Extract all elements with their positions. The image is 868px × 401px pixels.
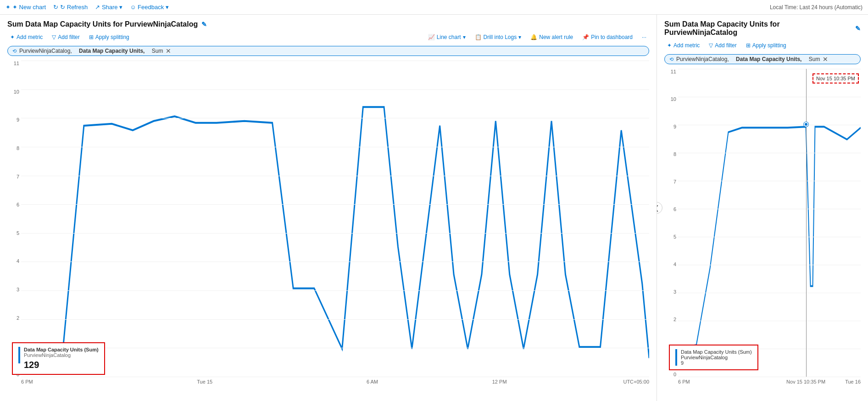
left-chart-svg-area — [21, 61, 649, 377]
right-line-chart — [678, 69, 861, 377]
drill-logs-label: Drill into Logs — [484, 34, 517, 40]
new-chart-btn[interactable]: ✦ ✦ New chart — [6, 4, 46, 11]
right-tooltip-color-bar — [675, 349, 677, 366]
right-apply-splitting-btn[interactable]: ⊞ Apply splitting — [743, 41, 789, 50]
right-y-axis: 11 10 9 8 7 6 5 4 3 2 1 0 — [664, 69, 678, 377]
right-apply-splitting-label: Apply splitting — [752, 42, 786, 49]
refresh-btn[interactable]: ↻ ↻ Refresh — [53, 4, 88, 11]
right-tag-suffix: Sum — [809, 56, 820, 62]
tag-close-btn[interactable]: ✕ — [166, 48, 171, 54]
more-icon: ··· — [642, 34, 646, 40]
left-toolbar-right: 📈 Line chart ▾ 📋 Drill into Logs ▾ 🔔 New… — [425, 33, 649, 41]
left-x-axis: 6 PM Tue 15 6 AM 12 PM UTC+05:00 — [21, 377, 649, 395]
left-toolbar: ✦ Add metric ▽ Add filter ⊞ Apply splitt… — [7, 33, 649, 41]
add-metric-label: Add metric — [17, 34, 43, 40]
add-metric-icon: ✦ — [10, 34, 15, 40]
right-chart-container: 11 10 9 8 7 6 5 4 3 2 1 0 — [664, 69, 861, 395]
collapse-btn[interactable]: ❮ — [657, 202, 662, 214]
new-chart-label: ✦ New chart — [12, 4, 46, 11]
right-add-metric-btn[interactable]: ✦ Add metric — [664, 41, 702, 50]
tooltip-label: Data Map Capacity Units (Sum) — [24, 347, 99, 352]
split-icon: ⊞ — [89, 34, 94, 40]
right-tooltip-sub: PurviewNinjaCatalog — [681, 355, 752, 360]
left-y-axis: 11 10 9 8 7 6 5 4 3 2 1 0 — [7, 61, 21, 377]
tag-bold: Data Map Capacity Units, — [79, 48, 145, 54]
left-line-chart — [21, 61, 649, 377]
more-btn[interactable]: ··· — [639, 33, 649, 41]
right-filter-icon: ▽ — [709, 42, 713, 49]
left-title-text: Sum Data Map Capacity Units for PurviewN… — [7, 20, 198, 28]
left-tooltip: Data Map Capacity Units (Sum) PurviewNin… — [12, 342, 105, 375]
right-chart-title: Sum Data Map Capacity Units for PurviewN… — [664, 20, 861, 37]
main-layout: Sum Data Map Capacity Units for PurviewN… — [0, 15, 868, 401]
right-tooltip-value: 9 — [681, 360, 752, 366]
new-alert-btn[interactable]: 🔔 New alert rule — [528, 33, 576, 41]
feedback-label: ☺ Feedback ▾ — [130, 4, 169, 11]
right-metric-tag: ⟲ PurviewNinjaCatalog, Data Map Capacity… — [664, 54, 861, 64]
new-alert-label: New alert rule — [539, 34, 573, 40]
drill-icon: 📋 — [475, 34, 482, 40]
share-btn[interactable]: ↗ Share ▾ — [95, 4, 122, 11]
right-add-filter-btn[interactable]: ▽ Add filter — [706, 41, 739, 50]
tag-suffix: Sum — [152, 48, 163, 54]
line-chart-label: Line chart — [437, 34, 461, 40]
pin-dashboard-btn[interactable]: 📌 Pin to dashboard — [579, 33, 635, 41]
feedback-btn[interactable]: ☺ Feedback ▾ — [130, 4, 169, 11]
new-chart-icon: ✦ — [6, 4, 11, 11]
right-split-icon: ⊞ — [746, 42, 751, 49]
pin-dashboard-label: Pin to dashboard — [591, 34, 633, 40]
right-tooltip-marker: Nov 15 10:35 PM — [812, 73, 859, 84]
top-bar: ✦ ✦ New chart ↻ ↻ Refresh ↗ Share ▾ ☺ Fe… — [0, 0, 868, 15]
left-panel: Sum Data Map Capacity Units for PurviewN… — [0, 15, 657, 401]
refresh-icon: ↻ — [53, 4, 58, 11]
right-toolbar: ✦ Add metric ▽ Add filter ⊞ Apply splitt… — [664, 41, 861, 50]
tooltip-value: 129 — [24, 360, 99, 370]
right-edit-icon[interactable]: ✎ — [855, 25, 861, 32]
time-info: Local Time: Last 24 hours (Automatic) — [770, 4, 862, 11]
right-add-metric-icon: ✦ — [667, 42, 672, 49]
right-add-filter-label: Add filter — [715, 42, 736, 49]
line-chart-icon: 📈 — [428, 34, 435, 40]
pin-icon: 📌 — [582, 34, 589, 40]
right-panel: ❮ Sum Data Map Capacity Units for Purvie… — [657, 15, 868, 401]
tag-prefix: PurviewNinjaCatalog, — [19, 48, 72, 54]
add-filter-label: Add filter — [58, 34, 79, 40]
left-add-filter-btn[interactable]: ▽ Add filter — [49, 33, 82, 41]
right-tag-metric-icon: ⟲ — [669, 56, 673, 62]
left-chart-title: Sum Data Map Capacity Units for PurviewN… — [7, 20, 649, 28]
tooltip-sub: PurviewNinjaCatalog — [24, 352, 99, 358]
right-title-text: Sum Data Map Capacity Units for PurviewN… — [664, 20, 851, 37]
right-tag-prefix: PurviewNinjaCatalog, — [676, 56, 729, 62]
drill-chevron: ▾ — [518, 34, 521, 40]
right-tooltip: Data Map Capacity Units (Sum) PurviewNin… — [669, 345, 758, 370]
right-tag-close-btn[interactable]: ✕ — [823, 56, 828, 62]
line-chart-btn[interactable]: 📈 Line chart ▾ — [425, 33, 468, 41]
right-tag-bold: Data Map Capacity Units, — [736, 56, 801, 62]
right-add-metric-label: Add metric — [673, 42, 700, 49]
right-chart-svg-area — [678, 69, 861, 377]
left-metric-tag: ⟲ PurviewNinjaCatalog, Data Map Capacity… — [7, 46, 649, 56]
right-x-axis: 6 PM Nov 15 10:35 PM Tue 16 — [678, 377, 861, 395]
drill-logs-btn[interactable]: 📋 Drill into Logs ▾ — [472, 33, 524, 41]
left-add-metric-btn[interactable]: ✦ Add metric — [7, 33, 45, 41]
left-chart-container: 11 10 9 8 7 6 5 4 3 2 1 0 — [7, 61, 649, 395]
tag-metric-icon: ⟲ — [12, 48, 17, 54]
apply-splitting-label: Apply splitting — [95, 34, 129, 40]
filter-icon: ▽ — [52, 34, 56, 40]
refresh-label: ↻ Refresh — [60, 4, 88, 11]
left-edit-icon[interactable]: ✎ — [201, 21, 207, 28]
left-apply-splitting-btn[interactable]: ⊞ Apply splitting — [86, 33, 132, 41]
share-label: ↗ Share ▾ — [95, 4, 122, 11]
tooltip-color-bar — [18, 347, 20, 363]
alert-icon: 🔔 — [530, 34, 537, 40]
right-marker-text: Nov 15 10:35 PM — [816, 76, 855, 81]
line-chart-chevron: ▾ — [463, 34, 466, 40]
right-tooltip-label: Data Map Capacity Units (Sum) — [681, 349, 752, 355]
